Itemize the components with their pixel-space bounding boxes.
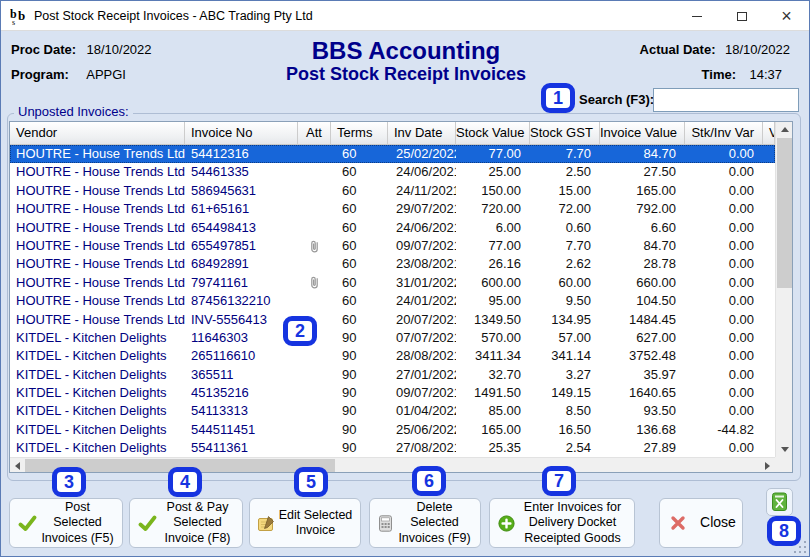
column-header-stk-inv-var[interactable]: Stk/Inv Var [685, 122, 763, 145]
maximize-button[interactable] [719, 1, 764, 31]
svg-text:s: s [12, 17, 15, 25]
edit-icon [258, 515, 275, 532]
attachment-cell [298, 439, 331, 457]
column-header-stock-value[interactable]: Stock Value [456, 122, 530, 145]
table-row[interactable]: KITDEL - Kitchen Delights554113619027/08… [10, 439, 775, 457]
invoice-no-cell: 45135216 [185, 384, 298, 402]
vendor-cell: KITDEL - Kitchen Delights [10, 347, 185, 365]
inv-date-cell: 31/01/2022 [388, 274, 456, 292]
terms-cell: 60 [331, 145, 388, 163]
spacer-cell [763, 274, 775, 292]
scroll-right-button[interactable] [760, 458, 775, 473]
attachment-cell [298, 402, 331, 420]
stk-inv-var-cell: 0.00 [685, 347, 763, 365]
post-selected-invoices-button[interactable]: Post SelectedInvoices (F5) [9, 498, 123, 548]
invoice-no-cell: 54113313 [185, 402, 298, 420]
table-row[interactable]: KITDEL - Kitchen Delights5445114519025/0… [10, 421, 775, 439]
terms-cell: 60 [331, 182, 388, 200]
export-excel-button[interactable] [766, 488, 793, 516]
inv-date-cell: 27/08/2021 [388, 439, 456, 457]
table-row[interactable]: HOUTRE - House Trends Ltd684928916023/08… [10, 255, 775, 273]
stock-value-cell: 600.00 [456, 274, 530, 292]
stk-inv-var-cell: 0.00 [685, 255, 763, 273]
close-button[interactable]: Close [659, 498, 743, 548]
stk-inv-var-cell: 0.00 [685, 292, 763, 310]
attachment-cell [298, 274, 331, 292]
stock-value-cell: 150.00 [456, 182, 530, 200]
table-row[interactable]: HOUTRE - House Trends Ltd6554978516009/0… [10, 237, 775, 255]
enter-invoices-delivery-docket-button[interactable]: Enter Invoices forDelivery DocketReceipt… [489, 498, 635, 548]
svg-text:b: b [18, 8, 25, 23]
table-row[interactable]: HOUTRE - House Trends Ltd797411616031/01… [10, 274, 775, 292]
vendor-cell: KITDEL - Kitchen Delights [10, 402, 185, 420]
column-header-vendor[interactable]: Vendor [10, 122, 185, 145]
stock-value-cell: 26.16 [456, 255, 530, 273]
stk-inv-var-cell: 0.00 [685, 182, 763, 200]
table-row[interactable]: HOUTRE - House Trends Ltd544613356024/06… [10, 163, 775, 181]
stock-value-cell: 165.00 [456, 421, 530, 439]
attachment-cell [298, 219, 331, 237]
edit-selected-invoice-button[interactable]: Edit SelectedInvoice [249, 498, 361, 548]
stock-gst-cell: 9.50 [530, 292, 600, 310]
stock-gst-cell: 149.15 [530, 384, 600, 402]
table-row[interactable]: KITDEL - Kitchen Delights541133139001/04… [10, 402, 775, 420]
annotation-badge-2: 2 [283, 316, 317, 346]
column-header-stock-gst[interactable]: Stock GST [530, 122, 600, 145]
column-header-att[interactable]: Att [298, 122, 331, 145]
table-row[interactable]: KITDEL - Kitchen Delights116463039007/07… [10, 329, 775, 347]
stock-gst-cell: 0.60 [530, 219, 600, 237]
table-row[interactable]: HOUTRE - House Trends Ltd6544984136024/0… [10, 219, 775, 237]
table-row[interactable]: KITDEL - Kitchen Delights451352169009/07… [10, 384, 775, 402]
table-row[interactable]: KITDEL - Kitchen Delights3655119027/01/2… [10, 366, 775, 384]
scroll-up-button[interactable] [776, 122, 793, 137]
delete-selected-invoices-button[interactable]: DeleteSelectedInvoices (F9) [369, 498, 481, 548]
inv-date-cell: 24/06/2021 [388, 219, 456, 237]
annotation-badge-1: 1 [541, 83, 575, 113]
plus-icon [498, 515, 515, 532]
table-row[interactable]: KITDEL - Kitchen Delights2651166109028/0… [10, 347, 775, 365]
inv-date-cell: 25/02/2022 [388, 145, 456, 163]
invoice-no-cell: 11646303 [185, 329, 298, 347]
column-header-inv-date[interactable]: Inv Date [388, 122, 456, 145]
stock-value-cell: 1349.50 [456, 311, 530, 329]
vertical-scrollbar[interactable] [775, 122, 792, 457]
stk-inv-var-cell: 0.00 [685, 200, 763, 218]
vendor-cell: KITDEL - Kitchen Delights [10, 366, 185, 384]
attachment-cell [298, 145, 331, 163]
calculator-icon [378, 515, 393, 532]
scroll-down-button[interactable] [776, 442, 793, 457]
terms-cell: 60 [331, 311, 388, 329]
table-row[interactable]: HOUTRE - House Trends Ltd61+651616029/07… [10, 200, 775, 218]
invoice-value-cell: 1484.45 [600, 311, 685, 329]
invoice-value-cell: 3752.48 [600, 347, 685, 365]
terms-cell: 90 [331, 329, 388, 347]
invoice-value-cell: 136.68 [600, 421, 685, 439]
terms-cell: 90 [331, 347, 388, 365]
post-pay-selected-invoice-button[interactable]: Post & PaySelectedInvoice (F8) [129, 498, 243, 548]
column-header-invoice-value[interactable]: Invoice Value [600, 122, 685, 145]
column-header-invoice-no[interactable]: Invoice No [185, 122, 298, 145]
vendor-cell: HOUTRE - House Trends Ltd [10, 292, 185, 310]
app-title: BBS Accounting [201, 37, 611, 65]
stk-inv-var-cell: 0.00 [685, 329, 763, 347]
search-input[interactable] [653, 88, 799, 112]
table-row[interactable]: HOUTRE - House Trends Ltd874561322106024… [10, 292, 775, 310]
vendor-cell: HOUTRE - House Trends Ltd [10, 163, 185, 181]
vendor-cell: HOUTRE - House Trends Ltd [10, 182, 185, 200]
annotation-badge-8: 8 [767, 516, 801, 546]
scroll-left-button[interactable] [10, 458, 25, 473]
stock-value-cell: 77.00 [456, 145, 530, 163]
table-row[interactable]: HOUTRE - House Trends Ltd544123166025/02… [10, 145, 775, 163]
spacer-cell [763, 384, 775, 402]
stock-gst-cell: 8.50 [530, 402, 600, 420]
minimize-button[interactable] [674, 1, 719, 31]
horizontal-scrollbar[interactable] [10, 457, 775, 472]
close-window-button[interactable]: × [764, 1, 809, 31]
vertical-scroll-thumb[interactable] [777, 138, 792, 288]
table-row[interactable]: HOUTRE - House Trends Ltd5869456316024/1… [10, 182, 775, 200]
column-header-va[interactable]: Va [763, 122, 775, 145]
terms-cell: 60 [331, 163, 388, 181]
table-row[interactable]: HOUTRE - House Trends LtdINV-55564136020… [10, 311, 775, 329]
column-header-terms[interactable]: Terms [331, 122, 388, 145]
screen-title: Post Stock Receipt Invoices [201, 64, 611, 85]
